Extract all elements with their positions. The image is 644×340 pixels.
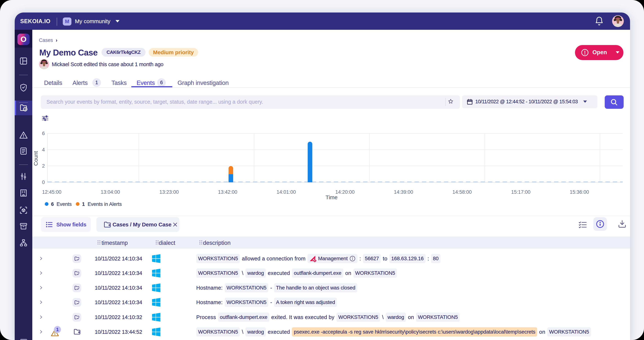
svg-text:15:17:00: 15:17:00 [511, 189, 530, 195]
svg-text:14:20:00: 14:20:00 [335, 189, 354, 195]
svg-text:6: 6 [42, 131, 45, 136]
svg-text:14:01:00: 14:01:00 [276, 189, 296, 195]
svg-text:Count: Count [33, 151, 39, 166]
svg-text:14:58:00: 14:58:00 [452, 189, 472, 195]
svg-text:13:42:00: 13:42:00 [218, 189, 237, 195]
svg-text:15:36:00: 15:36:00 [570, 189, 589, 195]
svg-text:4: 4 [42, 147, 45, 152]
svg-text:2: 2 [42, 163, 45, 169]
svg-text:13:04:00: 13:04:00 [100, 189, 120, 195]
svg-text:13:23:00: 13:23:00 [159, 189, 178, 195]
svg-text:12:45:00: 12:45:00 [42, 189, 61, 195]
svg-text:Time: Time [326, 194, 338, 200]
svg-text:0: 0 [42, 180, 45, 185]
svg-text:14:39:00: 14:39:00 [394, 189, 413, 195]
